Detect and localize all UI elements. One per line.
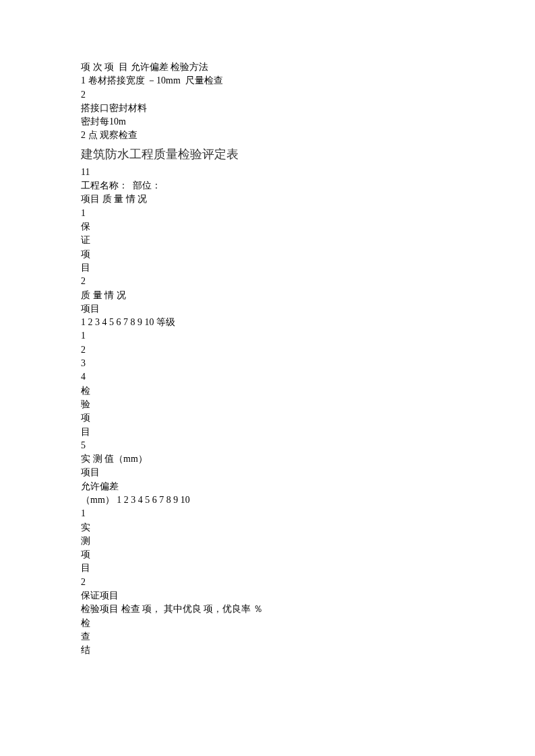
table-row-2-method: 2 点 观察检查	[81, 129, 535, 142]
vert-jie: 结	[81, 644, 535, 657]
vert-shi: 实	[81, 521, 535, 535]
vert-cha: 查	[81, 630, 535, 644]
item-label: 项目	[81, 302, 535, 316]
guarantee-item: 保证项目	[81, 589, 535, 603]
vert-xiang: 项	[81, 248, 535, 261]
vert-jian2: 检	[81, 617, 535, 630]
num-5: 5	[81, 439, 535, 452]
item-label-2: 项目	[81, 466, 535, 479]
num-1c: 1	[81, 507, 535, 520]
num-2c: 2	[81, 576, 535, 589]
rank-sequence: 1 2 3 4 5 6 7 8 9 10 等级	[81, 316, 535, 329]
table-header: 项 次 项 目 允许偏差 检验方法	[81, 61, 535, 74]
project-name-label: 工程名称： 部位：	[81, 179, 535, 193]
item-quality-label: 项目 质 量 情 况	[81, 193, 535, 206]
num-4: 4	[81, 370, 535, 384]
vert-xiang3: 项	[81, 548, 535, 561]
num-3: 3	[81, 357, 535, 370]
num-11: 11	[81, 166, 535, 179]
vert-ce: 测	[81, 535, 535, 548]
vert-zheng: 证	[81, 234, 535, 247]
vert-mu2: 目	[81, 425, 535, 439]
allowed-deviation: 允许偏差	[81, 480, 535, 493]
document-title: 建筑防水工程质量检验评定表	[81, 145, 535, 163]
vert-yan: 验	[81, 398, 535, 411]
mm-sequence: （mm） 1 2 3 4 5 6 7 8 9 10	[81, 493, 535, 507]
measured-value-label: 实 测 值（mm）	[81, 452, 535, 466]
vert-mu: 目	[81, 261, 535, 275]
num-2b: 2	[81, 343, 535, 357]
vert-bao: 保	[81, 220, 535, 234]
vert-xiang2: 项	[81, 411, 535, 425]
table-row-1: 1 卷材搭接宽度 －10mm 尺量检查	[81, 74, 535, 88]
quality-label: 质 量 情 况	[81, 289, 535, 302]
vert-jian: 检	[81, 384, 535, 398]
table-row-2-num: 2	[81, 88, 535, 102]
table-row-2-detail: 密封每10m	[81, 115, 535, 129]
table-row-2-item: 搭接口密封材料	[81, 102, 535, 115]
num-1: 1	[81, 207, 535, 220]
num-1b: 1	[81, 329, 535, 343]
inspection-line: 检验项目 检查 项， 其中优良 项，优良率 ％	[81, 603, 535, 616]
num-2: 2	[81, 275, 535, 288]
vert-mu3: 目	[81, 561, 535, 575]
